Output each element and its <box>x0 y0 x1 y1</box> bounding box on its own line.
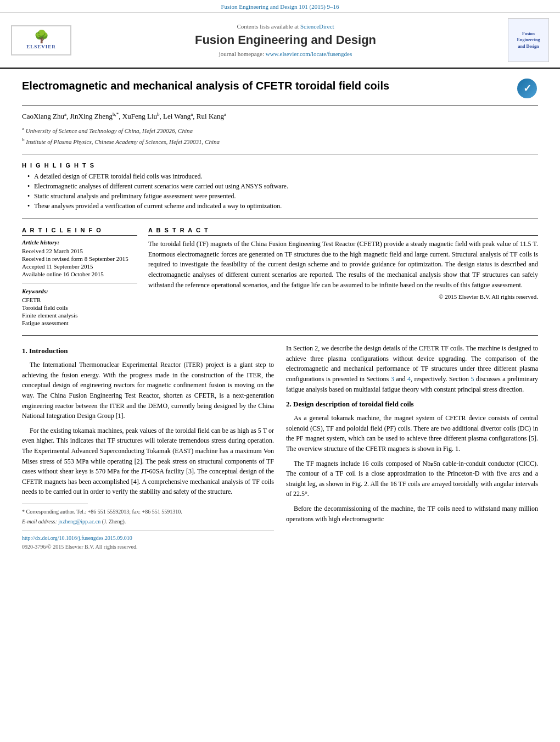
affiliations: a University of Science and Technology o… <box>22 125 538 154</box>
elsevier-logo-area: 🌳 ELSEVIER <box>11 25 77 55</box>
journal-thumb-image: Fusion Engineeringand Design <box>508 18 549 62</box>
body-para-1: The International Thermonuclear Experime… <box>22 360 274 421</box>
highlight-item: Static structural analysis and prelimina… <box>27 192 538 200</box>
top-bar: Fusion Engineering and Design 101 (2015)… <box>0 0 560 13</box>
highlight-item: These analyses provided a verification o… <box>27 202 538 210</box>
section3-link[interactable]: 3 <box>391 375 394 383</box>
footnote-email: E-mail address: jxzheng@ipp.ac.cn (J. Zh… <box>22 517 274 526</box>
elsevier-tree-icon: 🌳 <box>34 31 49 43</box>
accepted-date: Accepted 11 September 2015 <box>22 263 137 270</box>
abstract-label: A B S T R A C T <box>148 227 538 236</box>
copyright-text: © 2015 Elsevier B.V. All rights reserved… <box>148 293 538 300</box>
received-date: Received 22 March 2015 <box>22 248 137 254</box>
footnote-corresponding: * Corresponding author. Tel.: +86 551 55… <box>22 507 274 516</box>
main-content: Electromagnetic and mechanical analysis … <box>0 69 560 562</box>
highlights-section: H I G H L I G H T S A detailed design of… <box>22 162 538 219</box>
section2-heading: 2. Design description of toroidal field … <box>286 399 538 410</box>
article-info-col: A R T I C L E I N F O Article history: R… <box>22 227 137 327</box>
keyword-fatigue: Fatigue assessment <box>22 320 137 326</box>
authors-line: CaoXiang Zhua, JinXing Zhengb,*, XuFeng … <box>22 111 538 122</box>
online-date: Available online 16 October 2015 <box>22 271 137 277</box>
body-para-right-1: In Section 2, we describe the design det… <box>286 343 538 394</box>
footnote-divider <box>22 504 88 504</box>
issn-text: 0920-3796/© 2015 Elsevier B.V. All right… <box>22 543 274 551</box>
homepage-link[interactable]: www.elsevier.com/locate/fusengdes <box>266 51 352 57</box>
body-para-right-2: As a general tokamak machine, the magnet… <box>286 413 538 454</box>
article-title-section: Electromagnetic and mechanical analysis … <box>22 79 538 105</box>
journal-header: 🌳 ELSEVIER Contents lists available at S… <box>0 13 560 69</box>
highlights-label: H I G H L I G H T S <box>22 162 538 169</box>
history-label: Article history: <box>22 239 137 246</box>
email-link[interactable]: jxzheng@ipp.ac.cn <box>58 518 100 525</box>
body-para-right-4: Before the decommissioning of the machin… <box>286 504 538 524</box>
elsevier-wordmark: ELSEVIER <box>26 44 56 49</box>
abstract-col: A B S T R A C T The toroidal field (TF) … <box>148 227 538 327</box>
elsevier-box: 🌳 ELSEVIER <box>11 25 71 55</box>
article-title: Electromagnetic and mechanical analysis … <box>22 79 509 93</box>
journal-citation: Fusion Engineering and Design 101 (2015)… <box>221 3 339 10</box>
footer-bar: http://dx.doi.org/10.1016/j.fusengdes.20… <box>22 530 274 551</box>
affiliation-a: a University of Science and Technology o… <box>22 125 538 135</box>
contents-available: Contents lists available at ScienceDirec… <box>77 23 494 30</box>
journal-homepage: journal homepage: www.elsevier.com/locat… <box>77 51 494 57</box>
crossmark-badge: ✓ <box>517 79 538 99</box>
doi-link[interactable]: http://dx.doi.org/10.1016/j.fusengdes.20… <box>22 534 274 543</box>
keyword-cfetr: CFETR <box>22 297 137 303</box>
section4-link[interactable]: 4 <box>407 375 411 383</box>
header-center: Contents lists available at ScienceDirec… <box>77 23 494 57</box>
article-history: Article history: Received 22 March 2015 … <box>22 239 137 277</box>
section1-heading: 1. Introduction <box>22 345 274 356</box>
highlight-item: A detailed design of CFETR toroidal fiel… <box>27 172 538 181</box>
keyword-fem: Finite element analysis <box>22 312 137 319</box>
keyword-tf-coils: Toroidal field coils <box>22 304 137 311</box>
divider <box>22 283 137 283</box>
affiliation-b: b Institute of Plasma Physics, Chinese A… <box>22 136 538 146</box>
body-para-2: For the existing tokamak machines, peak … <box>22 426 274 497</box>
info-abstract-section: A R T I C L E I N F O Article history: R… <box>22 227 538 336</box>
revised-date: Received in revised form 8 September 201… <box>22 255 137 262</box>
journal-thumbnail: Fusion Engineeringand Design <box>494 18 549 62</box>
abstract-text: The toroidal field (TF) magnets of the C… <box>148 239 538 290</box>
body-col-left: 1. Introduction The International Thermo… <box>22 343 274 551</box>
body-col-right: In Section 2, we describe the design det… <box>286 343 538 551</box>
article-info-label: A R T I C L E I N F O <box>22 227 137 236</box>
section5-link[interactable]: 5 <box>471 375 474 383</box>
keywords-label: Keywords: <box>22 288 137 294</box>
journal-title: Fusion Engineering and Design <box>77 33 494 47</box>
crossmark-icon: ✓ <box>517 79 537 98</box>
sciencedirect-link[interactable]: ScienceDirect <box>300 23 334 30</box>
body-text: 1. Introduction The International Thermo… <box>22 343 538 551</box>
body-para-right-3: The TF magnets include 16 coils composed… <box>286 459 538 499</box>
highlight-item: Electromagnetic analyses of different cu… <box>27 182 538 191</box>
highlights-list: A detailed design of CFETR toroidal fiel… <box>22 172 538 210</box>
